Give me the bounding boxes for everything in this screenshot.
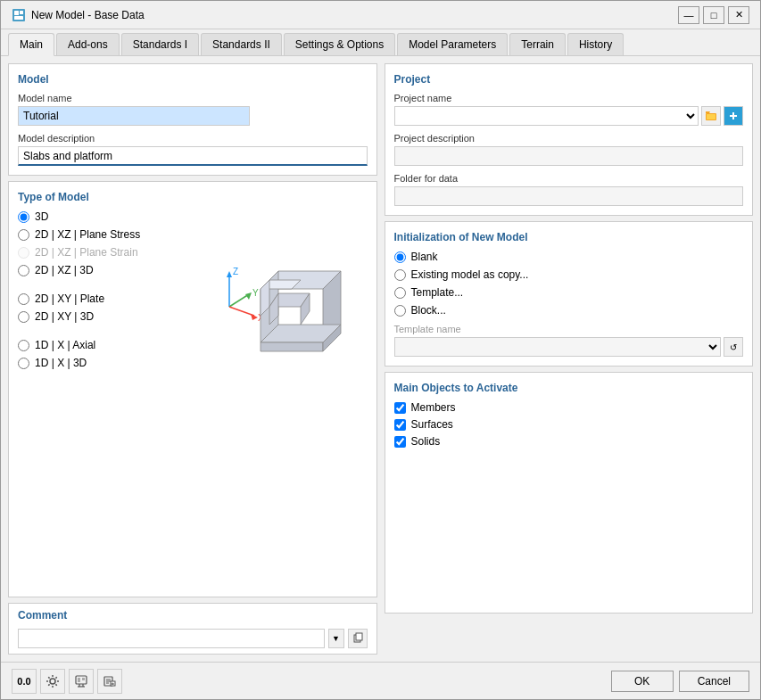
project-section: Project Project name [385,63,754,216]
project-browse-button[interactable] [701,106,721,126]
settings2-button[interactable] [40,669,65,694]
template-name-group: Template name ↺ [394,324,744,357]
radio-blank-label: Blank [411,251,438,263]
model-section: Model Model name Model description [8,63,377,176]
project-name-select[interactable] [394,106,699,126]
svg-rect-25 [356,633,362,640]
radio-2d-xz-stress-label: 2D | XZ | Plane Stress [35,228,140,241]
comment-input[interactable] [18,629,325,648]
checkbox-solids[interactable]: Solids [394,435,744,448]
right-spacer [385,619,754,655]
tool1-icon [74,674,88,688]
tab-terrain[interactable]: Terrain [509,33,566,55]
radio-2d-xy-plate-label: 2D | XY | Plate [35,292,104,305]
svg-rect-35 [82,678,85,680]
svg-point-32 [50,679,55,684]
template-name-label: Template name [394,324,744,334]
svg-rect-2 [20,11,23,14]
app-icon [12,8,26,22]
model-name-label: Model name [18,93,368,103]
radio-block-label: Block... [411,304,446,317]
folder-icon [705,110,717,122]
radio-template[interactable]: Template... [394,286,744,299]
comment-input-row: ▼ [18,629,368,648]
tool2-button[interactable] [97,669,122,694]
radio-2d-xz-3d-label: 2D | XZ | 3D [35,264,94,276]
template-name-row: ↺ [394,337,744,357]
ok-button[interactable]: OK [611,671,674,692]
main-content: Model Model name Model description Type … [1,56,760,662]
template-refresh-button[interactable]: ↺ [724,337,743,357]
tool1-button[interactable] [69,669,94,694]
svg-rect-34 [78,678,80,682]
model-desc-input[interactable] [18,146,368,166]
radio-block[interactable]: Block... [394,304,744,317]
minimize-button[interactable]: — [678,6,699,24]
left-panel: Model Model name Model description Type … [8,63,377,655]
maximize-button[interactable]: □ [703,6,724,24]
model-3d-svg: Z Y X [203,218,363,396]
model-section-title: Model [18,73,368,86]
radio-template-label: Template... [411,286,464,299]
model-name-group: Model name [18,93,368,126]
radio-3d-label: 3D [35,210,48,223]
project-new-button[interactable] [724,106,743,126]
cancel-button[interactable]: Cancel [679,671,749,692]
project-desc-label: Project description [394,133,744,144]
right-panel: Project Project name [385,63,754,655]
radio-blank[interactable]: Blank [394,251,744,263]
type-section: Type of Model 3D 2D | XZ | Plane Stress … [8,181,377,597]
tab-settings[interactable]: Settings & Options [284,33,395,55]
close-button[interactable]: ✕ [728,6,749,24]
new-project-icon [727,110,740,122]
activate-section: Main Objects to Activate Members Surface… [385,372,754,614]
svg-text:Y: Y [252,288,259,298]
checkbox-members-label: Members [411,401,456,414]
model-3d-view: Z Y X [198,209,368,405]
svg-text:Z: Z [233,267,238,276]
bottom-actions: OK Cancel [611,671,749,692]
svg-marker-11 [251,314,258,320]
settings2-icon [45,674,60,688]
counter-button[interactable]: 0.0 [12,669,37,694]
radio-existing[interactable]: Existing model as copy... [394,268,744,281]
tab-history[interactable]: History [567,33,624,55]
checkbox-surfaces-label: Surfaces [411,418,453,431]
model-desc-label: Model description [18,133,368,144]
project-desc-input[interactable] [394,146,744,166]
window-title: New Model - Base Data [31,9,145,21]
tab-standards2[interactable]: Standards II [201,33,282,55]
svg-rect-28 [707,114,716,119]
checkbox-members[interactable]: Members [394,401,744,414]
radio-2d-xy-3d-label: 2D | XY | 3D [35,310,94,323]
project-name-row [394,106,744,126]
comment-copy-button[interactable] [348,629,368,648]
svg-marker-17 [261,342,323,351]
counter-icon: 0.0 [17,676,30,687]
radio-1d-x-axial-label: 1D | X | Axial [35,339,95,351]
tab-model-params[interactable]: Model Parameters [397,33,508,55]
titlebar-controls: — □ ✕ [678,6,749,24]
init-section-title: Initialization of New Model [394,231,744,243]
comment-section-title: Comment [18,609,368,622]
tool2-icon [103,674,117,688]
tab-standards1[interactable]: Standards I [121,33,199,55]
copy-icon [352,632,363,643]
project-folder-group: Folder for data [394,173,744,206]
checkbox-solids-label: Solids [411,435,441,448]
svg-rect-3 [14,16,23,20]
titlebar-left: New Model - Base Data [12,8,145,22]
tab-addons[interactable]: Add-ons [56,33,120,55]
project-folder-input[interactable] [394,186,744,206]
main-window: New Model - Base Data — □ ✕ Main Add-ons… [0,0,761,700]
template-name-select[interactable] [394,337,722,357]
checkbox-surfaces[interactable]: Surfaces [394,418,744,431]
tab-main[interactable]: Main [8,33,54,56]
bottom-icons: 0.0 [12,669,122,694]
titlebar: New Model - Base Data — □ ✕ [1,1,760,29]
project-name-group: Project name [394,93,744,126]
model-name-input[interactable] [18,106,250,126]
comment-dropdown-button[interactable]: ▼ [328,629,344,648]
svg-line-10 [229,307,254,316]
radio-1d-x-3d-label: 1D | X | 3D [35,357,87,369]
